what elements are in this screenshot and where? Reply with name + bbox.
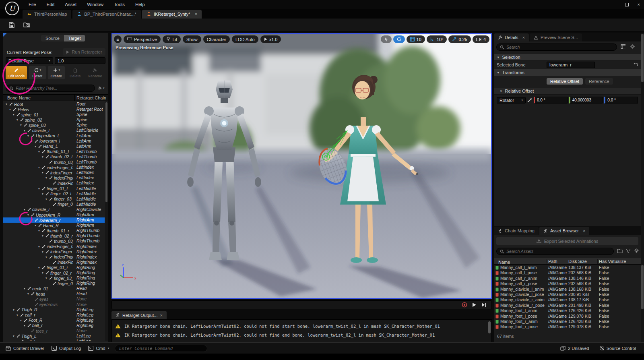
reset-to-default-button[interactable] bbox=[633, 62, 638, 68]
asset-row[interactable]: Manny_calf_r_pose/All/Game/C202.568 KiBF… bbox=[494, 281, 641, 286]
tab-close-icon[interactable]: × bbox=[583, 228, 585, 233]
bone-row[interactable]: ▾indexFinger_01_rRightIndex bbox=[3, 244, 105, 249]
bone-row[interactable]: toes_rNone bbox=[3, 328, 105, 333]
bone-row[interactable]: ▾Foot_RRightLeg bbox=[3, 318, 105, 323]
tab-close-icon[interactable]: × bbox=[522, 35, 525, 40]
tree-expand-arrow[interactable]: ▾ bbox=[35, 223, 38, 227]
cycle-transform-gizmo-button[interactable] bbox=[393, 35, 405, 43]
tree-expand-arrow[interactable]: ▾ bbox=[38, 187, 42, 190]
bone-row[interactable]: indexFinger_04_lLeftIndex bbox=[3, 180, 105, 186]
bone-row[interactable]: ▾thumb_01_lLeftThumb bbox=[3, 149, 105, 154]
source-button[interactable]: Source bbox=[41, 35, 64, 41]
viewport-options-button[interactable]: ≡ bbox=[114, 35, 122, 43]
tree-expand-arrow[interactable]: ▾ bbox=[38, 166, 42, 169]
path-column-header[interactable]: Path bbox=[548, 259, 557, 264]
scale-snap-value[interactable]: 0.25 bbox=[458, 37, 467, 42]
timeline-bar[interactable] bbox=[111, 300, 492, 309]
tree-expand-arrow[interactable]: ▾ bbox=[13, 308, 17, 312]
viewport-character-button[interactable]: Character bbox=[203, 35, 230, 43]
bone-row[interactable]: ▾lowerarm_rRightArm bbox=[3, 217, 105, 223]
console-command-input[interactable] bbox=[115, 345, 207, 352]
bone-row[interactable]: ▾finger_02_lLeftMiddle bbox=[3, 191, 105, 197]
asset-row[interactable]: Manny_clavicle_r_anim/All/Game/C138.17 K… bbox=[494, 297, 641, 302]
unsaved-changes-button[interactable]: 2 Unsaved bbox=[559, 346, 591, 351]
tool-reset[interactable]: ▾Reset bbox=[29, 66, 46, 79]
bone-row[interactable]: thumb_03_rRightThumb bbox=[3, 238, 105, 244]
source-control-button[interactable]: Source Control bbox=[598, 346, 638, 351]
folder-icon[interactable] bbox=[617, 248, 623, 253]
tree-expand-arrow[interactable]: ▾ bbox=[20, 123, 24, 127]
transforms-category-header[interactable]: ▼ Transforms bbox=[494, 69, 641, 76]
tree-expand-arrow[interactable]: ▾ bbox=[24, 287, 27, 290]
tree-expand-arrow[interactable]: ▾ bbox=[42, 271, 45, 275]
tree-expand-arrow[interactable]: ▾ bbox=[27, 213, 31, 217]
minimize-button[interactable]: – bbox=[613, 2, 616, 7]
relative-offset-toggle[interactable]: Relative Offset bbox=[547, 78, 583, 85]
viewport-lod-auto-button[interactable]: LOD Auto bbox=[232, 35, 258, 43]
pose-blend-input[interactable]: 1.0 bbox=[55, 57, 105, 64]
tree-expand-arrow[interactable]: ▾ bbox=[24, 324, 27, 327]
bone-row[interactable]: ▾Thigh_LLeftLeg bbox=[3, 333, 105, 339]
save-button[interactable] bbox=[6, 20, 18, 30]
cmd-selector[interactable]: Cmd ▾ bbox=[87, 346, 111, 351]
tree-expand-arrow[interactable]: ▾ bbox=[27, 134, 31, 138]
bone-row[interactable]: ▾Hand_LLeftArm bbox=[3, 144, 105, 149]
scrollbar-thumb[interactable] bbox=[105, 102, 107, 202]
details-scrollbar[interactable] bbox=[641, 33, 644, 342]
bone-row[interactable]: thumb_03_lLeftThumb bbox=[3, 159, 105, 165]
selected-bone-value[interactable]: lowerarm_r bbox=[547, 62, 595, 68]
play-button[interactable] bbox=[472, 302, 477, 307]
rotation-y-field[interactable]: 40.000003 bbox=[569, 97, 603, 103]
viewport-show-button[interactable]: Show bbox=[183, 35, 201, 43]
select-tool-button[interactable] bbox=[381, 35, 392, 43]
bone-row[interactable]: ▾Thigh_RRightLeg bbox=[3, 307, 105, 312]
bone-row[interactable]: ▾finger_01_lLeftMiddle bbox=[3, 186, 105, 191]
gear-icon[interactable] bbox=[630, 44, 635, 49]
asset-row[interactable]: Manny_calf_r_anim/All/Game/C138.146 KiBF… bbox=[494, 276, 641, 281]
bone-row[interactable]: ▾clavicle_lLeftClavicle bbox=[3, 128, 105, 133]
unreal-logo-icon[interactable]: U bbox=[5, 2, 19, 15]
scale-snap-toggle[interactable]: 0.25 bbox=[448, 35, 471, 43]
tool-rename[interactable]: Rename bbox=[86, 66, 104, 79]
tree-expand-arrow[interactable]: ▾ bbox=[9, 108, 13, 111]
tab-bp-thirdpersoncharac[interactable]: BP_ThirdPersonCharac...* bbox=[72, 10, 141, 19]
asset-row[interactable]: Manny_clavicle_r_pose/All/Game/C201.498 … bbox=[494, 303, 641, 308]
retarget-pose-dropdown[interactable]: Default Pose ▾ bbox=[6, 57, 53, 64]
bone-space-icon[interactable] bbox=[527, 98, 532, 103]
has-virtualized-column-header[interactable]: Has Virtualize bbox=[599, 259, 626, 264]
tool-delete[interactable]: Delete bbox=[67, 66, 84, 79]
asset-row[interactable]: Manny_foot_r_pose/All/Game/C129.078 KiBF… bbox=[494, 324, 641, 329]
bone-row[interactable]: ▾indexFinger_01_lLeftIndex bbox=[3, 165, 105, 170]
bone-row[interactable]: ▾UpperArm_RRightArm bbox=[3, 212, 105, 217]
maximize-button[interactable] bbox=[625, 3, 629, 6]
target-button[interactable]: Target bbox=[64, 35, 85, 41]
bone-row[interactable]: calf_lLeftLeg bbox=[3, 339, 105, 341]
bone-row[interactable]: eyesNone bbox=[3, 296, 105, 302]
tree-expand-arrow[interactable]: ▾ bbox=[6, 102, 9, 106]
bone-row[interactable]: ▾ball_rRightLeg bbox=[3, 323, 105, 328]
hierarchy-filter[interactable] bbox=[6, 85, 95, 92]
tree-expand-arrow[interactable]: ▾ bbox=[24, 208, 27, 211]
bone-row[interactable]: ▾finger_03_rRightRing bbox=[3, 275, 105, 281]
asset-search[interactable] bbox=[496, 248, 614, 255]
scrollbar-thumb[interactable] bbox=[641, 34, 644, 82]
menu-help[interactable]: Help bbox=[130, 0, 150, 9]
bone-row[interactable]: ▾indexFinger_03_rRightIndex bbox=[3, 254, 105, 260]
tab-thirdpersonmap[interactable]: ThirdPersonMap bbox=[23, 10, 71, 19]
asset-search-input[interactable] bbox=[506, 249, 610, 254]
menu-window[interactable]: Window bbox=[82, 0, 109, 9]
asset-browser-tab[interactable]: Asset Browser × bbox=[539, 227, 589, 235]
output-log-button[interactable]: Output Log bbox=[50, 346, 83, 351]
bone-row[interactable]: ▾indexFinger_03_lLeftIndex bbox=[3, 175, 105, 180]
details-search-input[interactable] bbox=[506, 45, 613, 50]
display-filter-icon[interactable] bbox=[621, 44, 626, 49]
bone-row[interactable]: ▾RootRoot bbox=[3, 101, 105, 107]
viewport-lit-button[interactable]: Lit bbox=[163, 35, 181, 43]
asset-row[interactable]: Manny_calf_l_anim/All/Game/C138.137 KiBF… bbox=[494, 265, 641, 270]
content-drawer-button[interactable]: Content Drawer bbox=[4, 346, 46, 351]
viewport-perspective-button[interactable]: Perspective bbox=[124, 35, 161, 43]
tree-expand-arrow[interactable]: ▾ bbox=[42, 234, 45, 238]
bone-row[interactable]: ▾indexFinger_02_lLeftIndex bbox=[3, 170, 105, 175]
bone-row[interactable]: ▾spine_01Spine bbox=[3, 112, 105, 117]
bone-row[interactable]: ▾neck_01Head bbox=[3, 286, 105, 291]
